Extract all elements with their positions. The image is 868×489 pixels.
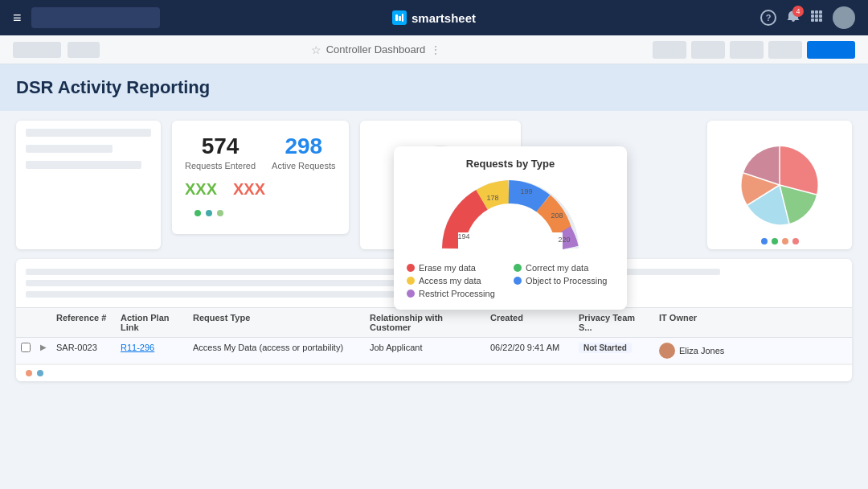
requests-entered-value: 574: [185, 134, 256, 159]
nav-right-area: ? 4: [760, 6, 855, 29]
donut-legend: Erase my data Correct my data Access my …: [407, 263, 614, 298]
svg-rect-18: [458, 232, 563, 257]
more-options-icon[interactable]: ⋮: [430, 43, 441, 56]
col-header-it-owner: IT Owner: [654, 313, 759, 332]
notification-bell[interactable]: 4: [786, 9, 800, 27]
row-action-plan[interactable]: R11-296: [116, 343, 188, 359]
smartsheet-logo: [392, 10, 407, 25]
stat-xxx-red: XXX: [233, 180, 265, 199]
row-checkbox[interactable]: [16, 343, 35, 359]
legend-label-restrict: Restrict Processing: [419, 289, 495, 298]
dot-blue-bottom: [37, 370, 43, 376]
svg-text:194: 194: [457, 232, 469, 240]
col-header-relationship: Relationship with Customer: [365, 313, 485, 332]
tab-placeholder-2: [68, 42, 100, 58]
legend-item-restrict: Restrict Processing: [407, 289, 507, 298]
col-header-created: Created: [485, 313, 574, 332]
legend-label-erase: Erase my data: [419, 263, 476, 273]
active-requests-label: Active Requests: [272, 161, 335, 171]
toolbar-primary-btn[interactable]: [807, 41, 855, 59]
action-plan-link[interactable]: R11-296: [121, 343, 154, 352]
svg-rect-10: [815, 18, 818, 22]
dashboard-title-area: ☆ Controller Dashboard ⋮: [106, 43, 646, 56]
svg-rect-1: [399, 16, 401, 21]
toolbar-buttons: [653, 41, 855, 59]
dot-orange: [782, 238, 788, 244]
svg-text:220: 220: [558, 236, 570, 244]
dot-orange-bottom: [26, 370, 32, 376]
notification-count: 4: [792, 6, 804, 17]
active-requests-stat: 298 Active Requests: [272, 134, 335, 171]
dashboard-title: Controller Dashboard: [326, 43, 426, 55]
row-reference: SAR-0023: [51, 343, 116, 359]
legend-dot-restrict: [407, 290, 415, 298]
legend-dot-erase: [407, 264, 415, 272]
svg-rect-0: [395, 14, 398, 21]
row-created: 06/22/20 9:41 AM: [485, 343, 574, 359]
right-pie-widget: [707, 121, 852, 249]
row-request-type: Access My Data (access or portability): [188, 343, 365, 359]
row-checkbox-input[interactable]: [21, 343, 31, 352]
toolbar-btn-2[interactable]: [691, 41, 725, 59]
requests-entered-stat: 574 Requests Entered: [185, 134, 256, 171]
svg-rect-8: [819, 14, 822, 18]
user-avatar[interactable]: [833, 6, 855, 29]
svg-rect-5: [819, 10, 822, 14]
row-relationship: Job Applicant: [365, 343, 485, 359]
owner-avatar: [659, 343, 675, 359]
widget-placeholder-left: [16, 121, 161, 249]
row-privacy-status: Not Started: [574, 343, 654, 359]
svg-rect-7: [815, 14, 818, 18]
svg-rect-11: [819, 18, 822, 22]
help-icon[interactable]: ?: [760, 10, 776, 26]
col-header-request-type: Request Type: [188, 313, 365, 332]
dot-light-green: [217, 210, 223, 216]
right-pie-chart: [731, 137, 828, 233]
page-title: DSR Activity Reporting: [16, 77, 210, 97]
placeholder-row-3: [26, 291, 434, 298]
dot-teal: [206, 210, 212, 216]
svg-rect-3: [811, 10, 814, 14]
svg-text:208: 208: [551, 212, 563, 220]
toolbar-btn-3[interactable]: [730, 41, 764, 59]
placeholder-bar: [26, 129, 151, 137]
brand-center: smartsheet: [392, 10, 476, 25]
legend-item-erase: Erase my data: [407, 263, 507, 273]
legend-dot-object: [514, 277, 522, 285]
stats-bottom: XXX XXX: [185, 180, 336, 199]
legend-label-access: Access my data: [419, 276, 481, 286]
svg-text:199: 199: [520, 187, 532, 195]
row-expand[interactable]: ▶: [35, 343, 51, 359]
legend-dot-correct: [514, 264, 522, 272]
toolbar-btn-4[interactable]: [768, 41, 802, 59]
favorite-star[interactable]: ☆: [311, 43, 321, 56]
donut-chart-title: Requests by Type: [407, 158, 614, 170]
toolbar-btn-1[interactable]: [653, 41, 686, 59]
legend-dot-access: [407, 277, 415, 285]
svg-rect-4: [815, 10, 818, 14]
requests-entered-label: Requests Entered: [185, 161, 256, 171]
legend-label-object: Object to Processing: [526, 276, 608, 286]
privacy-status-badge: Not Started: [579, 343, 632, 353]
col-header-expand: [35, 313, 51, 332]
dot-green2: [772, 238, 778, 244]
search-box[interactable]: [31, 7, 160, 28]
table-row: ▶ SAR-0023 R11-296 Access My Data (acces…: [16, 338, 852, 364]
col-header-privacy: Privacy Team S...: [574, 313, 654, 332]
svg-rect-9: [811, 18, 814, 22]
hamburger-menu[interactable]: ≡: [13, 10, 22, 27]
stats-top: 574 Requests Entered 298 Active Requests: [185, 134, 336, 171]
top-navigation: ≡ smartsheet ? 4: [0, 0, 868, 35]
grid-icon[interactable]: [810, 10, 823, 26]
col-header-action-plan: Action Plan Link: [116, 313, 188, 332]
dots-row: [185, 205, 336, 221]
legend-item-object: Object to Processing: [514, 276, 614, 286]
donut-svg: 194 178 199 208 220: [438, 176, 583, 257]
brand-name: smartsheet: [411, 11, 476, 25]
stat-xxx-green: XXX: [185, 180, 217, 199]
legend-item-correct: Correct my data: [514, 263, 614, 273]
dot-pink: [792, 238, 799, 244]
table-header: Reference # Action Plan Link Request Typ…: [16, 307, 852, 338]
col-header-checkbox: [16, 313, 35, 332]
owner-name: Eliza Jones: [679, 346, 724, 355]
